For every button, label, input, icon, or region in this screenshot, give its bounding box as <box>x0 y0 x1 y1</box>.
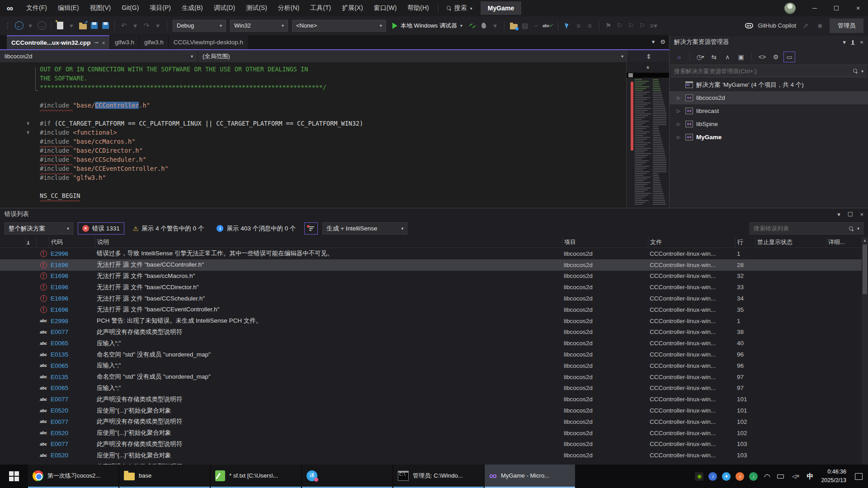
expander-arrow-icon[interactable]: ▷ <box>675 122 682 127</box>
chat-app-tray-icon[interactable]: ✈ <box>722 472 731 481</box>
error-code-link[interactable]: E1696 <box>49 295 95 302</box>
error-code-link[interactable]: E0065 <box>49 340 95 347</box>
member-scope-dropdown[interactable]: (全局范围)▾ <box>198 50 628 62</box>
severity-column-header[interactable] <box>36 237 49 248</box>
error-code-link[interactable]: E0065 <box>49 385 95 391</box>
solution-search-input[interactable] <box>674 68 849 75</box>
error-row[interactable]: !E1696无法打开 源 文件 "base/CCController.h"lib… <box>0 259 868 271</box>
errors-filter-button[interactable]: × 错误 1331 <box>78 222 124 235</box>
error-search-box[interactable]: ▾ <box>750 222 863 235</box>
navigate-back-button[interactable]: ← <box>14 20 24 32</box>
pin-tab-icon[interactable]: ⊸ <box>94 40 99 46</box>
start-debugging-button[interactable]: 本地 Windows 调试器 ▾ <box>389 19 466 32</box>
error-row[interactable]: abcE0077此声明没有存储类或类型说明符libcocos2dCCContro… <box>0 416 868 427</box>
fold-collapse-icon[interactable]: ∨ <box>24 128 33 137</box>
document-tab[interactable]: CCControlle...ux-win32.cpp⊸× <box>7 35 109 49</box>
error-code-link[interactable]: E0135 <box>49 351 95 358</box>
source-filter-dropdown[interactable]: 生成 + IntelliSense▾ <box>322 222 407 235</box>
find-symbol-button[interactable]: abc✓ <box>542 20 554 32</box>
gear-icon[interactable]: ⚙ <box>660 38 665 45</box>
error-row[interactable]: abcE0520应使用"{...}"初始化聚合对象libcocos2dCCCon… <box>0 427 868 439</box>
error-code-link[interactable]: E0520 <box>49 452 95 459</box>
project-row-MyGame[interactable]: ▷++MyGame <box>670 131 868 144</box>
messages-filter-button[interactable]: i 展示 403 个消息中的 0 个 <box>212 222 300 235</box>
netease-music-tray-icon[interactable]: ♪ <box>736 472 744 481</box>
project-scope-dropdown[interactable]: libcocos2d▾ <box>0 50 198 62</box>
maximize-panel-icon[interactable]: ☐ <box>848 211 853 218</box>
battery-icon[interactable] <box>776 472 785 481</box>
column-header-file[interactable]: 文件 <box>648 237 735 248</box>
project-row-librecast[interactable]: ▷++librecast <box>670 104 868 117</box>
taskbar-item-notepad[interactable]: * sf.txt [C:\Users\... <box>211 465 301 488</box>
start-button[interactable] <box>0 465 28 488</box>
error-row[interactable]: !E2996错误过多，导致 IntelliSense 引擎无法正常工作。其中一些… <box>0 248 868 259</box>
show-all-files-button[interactable]: <> <box>756 52 768 62</box>
undo-button[interactable]: ↶ <box>119 20 129 32</box>
error-row[interactable]: abcE0077此声明没有存储类或类型说明符libcocos2dCCContro… <box>0 439 868 450</box>
menu-item[interactable]: 扩展(X) <box>336 2 368 14</box>
column-header-description[interactable]: 说明 <box>95 237 562 248</box>
error-code-link[interactable]: E0077 <box>49 463 95 465</box>
collapse-all-button[interactable]: ∧ <box>722 52 733 62</box>
scope-filter-dropdown[interactable]: 整个解决方案▾ <box>5 222 73 235</box>
start-without-debugging-button[interactable] <box>467 20 477 32</box>
minimap-slider[interactable] <box>628 73 633 77</box>
redo-button[interactable]: ↷ <box>142 20 151 32</box>
expander-arrow-icon[interactable]: ▷ <box>675 95 682 100</box>
music-app-tray-icon[interactable]: ♪ <box>708 472 717 481</box>
pin-column-header[interactable] <box>25 237 36 248</box>
error-row[interactable]: abcE0077此声明没有存储类或类型说明符libcocos2dCCContro… <box>0 461 868 465</box>
error-code-link[interactable]: E0077 <box>49 328 95 335</box>
code-editor[interactable]: OUT OF OR IN CONNECTION WITH THE SOFTWAR… <box>0 63 669 208</box>
taskbar-item-chrome[interactable]: 第一次练习cocos2... <box>28 465 118 488</box>
preview-selected-items-button[interactable]: ▭ <box>783 52 795 62</box>
sync-with-active-document-button[interactable]: ⇆ <box>708 52 720 62</box>
scroll-up-icon[interactable]: ▲ <box>627 63 669 71</box>
close-icon[interactable]: × <box>860 211 863 218</box>
previous-bookmark-button[interactable]: ⚐ <box>615 20 625 32</box>
error-code-link[interactable]: E2996 <box>49 250 95 257</box>
fold-collapse-icon[interactable]: ∨ <box>24 119 33 128</box>
minimize-button[interactable]: ─ <box>805 0 825 16</box>
expander-arrow-icon[interactable]: ▷ <box>675 135 682 140</box>
error-row[interactable]: abcE0065应输入“;”libcocos2dCCController-lin… <box>0 338 868 349</box>
active-files-dropdown-icon[interactable]: ▾ <box>652 38 655 45</box>
taskbar-clock[interactable]: 0:46:36 2025/2/13 <box>821 468 846 485</box>
save-all-button[interactable] <box>100 20 110 32</box>
open-file-button[interactable] <box>78 20 88 32</box>
error-code-link[interactable]: E0065 <box>49 362 95 369</box>
error-code-link[interactable]: E0520 <box>49 430 95 436</box>
navigate-forward-button[interactable]: → <box>37 20 47 32</box>
menu-item[interactable]: 项目(P) <box>144 2 176 14</box>
attach-to-process-button[interactable] <box>509 20 519 32</box>
menu-item[interactable]: 生成(B) <box>176 2 208 14</box>
menu-item[interactable]: 测试(S) <box>241 2 273 14</box>
window-position-dropdown-icon[interactable]: ▾ <box>843 38 846 46</box>
menu-item[interactable]: 分析(N) <box>273 2 305 14</box>
menu-item[interactable]: 窗口(W) <box>368 2 402 14</box>
error-row[interactable]: !E1696无法打开 源 文件 "base/CCScheduler.h"libc… <box>0 293 868 304</box>
menu-item[interactable]: 帮助(H) <box>402 2 434 14</box>
redo-dropdown[interactable]: ▾ <box>153 20 163 32</box>
error-code-link[interactable]: E0520 <box>49 407 95 414</box>
close-icon[interactable]: × <box>860 39 863 46</box>
share-icon[interactable]: ⇗ <box>801 20 811 32</box>
next-bookmark-button[interactable]: ⚐ <box>626 20 636 32</box>
project-row-libSpine[interactable]: ▷++libSpine <box>670 117 868 131</box>
feedback-icon[interactable]: ☻ <box>815 20 825 32</box>
idm-tray-icon[interactable]: ↓ <box>749 472 758 481</box>
solution-search-box[interactable]: ▾ <box>670 65 867 77</box>
volume-muted-icon[interactable]: ◁× <box>790 472 802 481</box>
navigate-back-dropdown[interactable]: ▾ <box>25 20 35 32</box>
menu-item[interactable]: 视图(V) <box>85 2 117 14</box>
bookmark-button[interactable]: ⚑ <box>604 20 613 32</box>
active-document-badge[interactable]: MyGame <box>481 1 521 15</box>
copilot-label[interactable]: GitHub Copilot <box>758 22 796 29</box>
hot-reload-dropdown[interactable]: ▾ <box>490 20 500 32</box>
error-search-input[interactable] <box>754 225 845 232</box>
project-row-libcocos2d[interactable]: ▷++libcocos2d <box>670 91 868 104</box>
column-header-code[interactable]: 代码 <box>49 237 95 248</box>
toolbar-overflow-button[interactable]: ≡▾ <box>649 20 659 32</box>
error-code-link[interactable]: E2998 <box>49 318 95 324</box>
undo-dropdown[interactable]: ▾ <box>130 20 140 32</box>
